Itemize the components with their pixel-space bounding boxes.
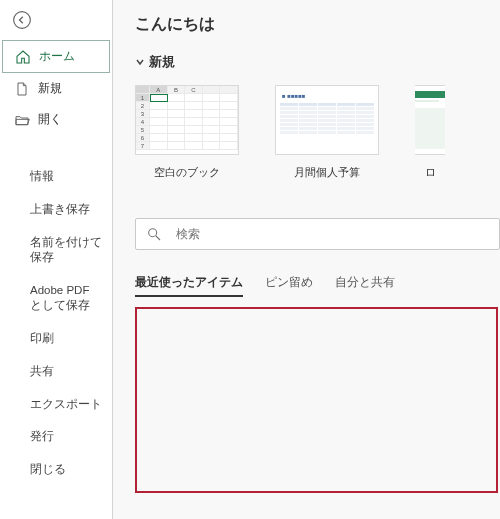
template-blank-workbook[interactable]: ABC 1 2 3 4 5 6 7 空白のブック <box>135 85 239 180</box>
svg-line-2 <box>156 236 160 240</box>
back-arrow-icon <box>12 10 32 30</box>
recent-tabs: 最近使ったアイテム ピン留め 自分と共有 <box>135 274 500 297</box>
tab-shared-with-me[interactable]: 自分と共有 <box>335 274 395 297</box>
section-title: 新規 <box>149 53 175 71</box>
tab-recent[interactable]: 最近使ったアイテム <box>135 274 243 297</box>
chevron-down-icon <box>135 55 145 70</box>
template-thumbnail <box>415 85 445 155</box>
search-icon <box>146 226 162 242</box>
template-loan-amortization[interactable]: ロ <box>415 85 445 180</box>
svg-point-1 <box>149 229 157 237</box>
backstage-commands: 情報 上書き保存 名前を付けて保存 Adobe PDF として保存 印刷 共有 … <box>0 169 112 477</box>
home-icon <box>15 49 31 65</box>
backstage-main: こんにちは 新規 ABC 1 2 3 4 5 6 <box>113 0 500 519</box>
svg-point-0 <box>14 12 31 29</box>
cmd-publish[interactable]: 発行 <box>30 429 112 444</box>
cmd-save-as[interactable]: 名前を付けて保存 <box>30 235 112 265</box>
search-box[interactable] <box>135 218 500 250</box>
template-label: ロ <box>425 165 436 180</box>
nav-open[interactable]: 開く <box>0 104 112 135</box>
back-button[interactable] <box>8 6 36 34</box>
search-input[interactable] <box>176 227 489 241</box>
cmd-info[interactable]: 情報 <box>30 169 112 184</box>
nav-new[interactable]: 新規 <box>0 73 112 104</box>
recent-items-area <box>135 307 498 493</box>
backstage-sidebar: ホーム 新規 開く 情報 上書き保存 名前を付けて保存 Adobe PDF とし… <box>0 0 113 519</box>
new-section-header[interactable]: 新規 <box>135 53 500 71</box>
cmd-export[interactable]: エクスポート <box>30 397 112 412</box>
cmd-save-adobe-pdf[interactable]: Adobe PDF として保存 <box>30 283 112 313</box>
cmd-save[interactable]: 上書き保存 <box>30 202 112 217</box>
tab-pinned[interactable]: ピン留め <box>265 274 313 297</box>
cmd-print[interactable]: 印刷 <box>30 331 112 346</box>
new-doc-icon <box>14 81 30 97</box>
cmd-close[interactable]: 閉じる <box>30 462 112 477</box>
greeting: こんにちは <box>135 14 500 35</box>
template-label: 空白のブック <box>154 165 220 180</box>
cmd-share[interactable]: 共有 <box>30 364 112 379</box>
template-label: 月間個人予算 <box>294 165 360 180</box>
nav-label: 新規 <box>38 80 62 97</box>
nav-home[interactable]: ホーム <box>2 40 110 73</box>
template-monthly-budget[interactable]: ■ ■■■■■ 月間個人予算 <box>275 85 379 180</box>
template-list: ABC 1 2 3 4 5 6 7 空白のブック ■ ■■■■■ <box>135 85 500 180</box>
nav-label: ホーム <box>39 48 75 65</box>
template-thumbnail: ■ ■■■■■ <box>275 85 379 155</box>
template-thumbnail: ABC 1 2 3 4 5 6 7 <box>135 85 239 155</box>
nav-label: 開く <box>38 111 62 128</box>
folder-open-icon <box>14 112 30 128</box>
